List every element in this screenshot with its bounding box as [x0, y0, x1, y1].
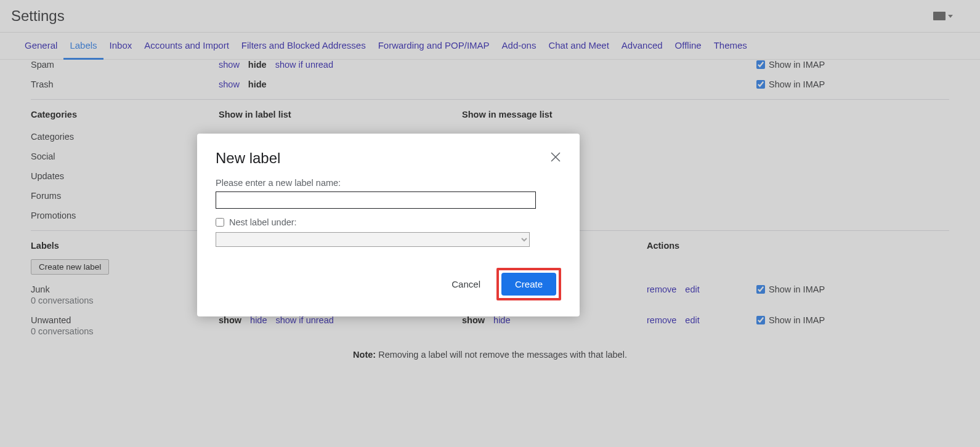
nest-label-text: Nest label under: [229, 217, 297, 227]
new-label-modal: New label Please enter a new label name:… [197, 134, 580, 316]
create-button[interactable]: Create [501, 273, 556, 296]
label-name-prompt: Please enter a new label name: [216, 178, 561, 188]
cancel-button[interactable]: Cancel [440, 274, 492, 294]
create-button-highlight: Create [496, 268, 561, 300]
label-name-input[interactable] [216, 191, 536, 209]
nest-label-checkbox[interactable] [216, 218, 224, 227]
nest-parent-select[interactable] [216, 232, 530, 247]
modal-title: New label [216, 150, 280, 167]
close-icon[interactable] [550, 151, 561, 166]
